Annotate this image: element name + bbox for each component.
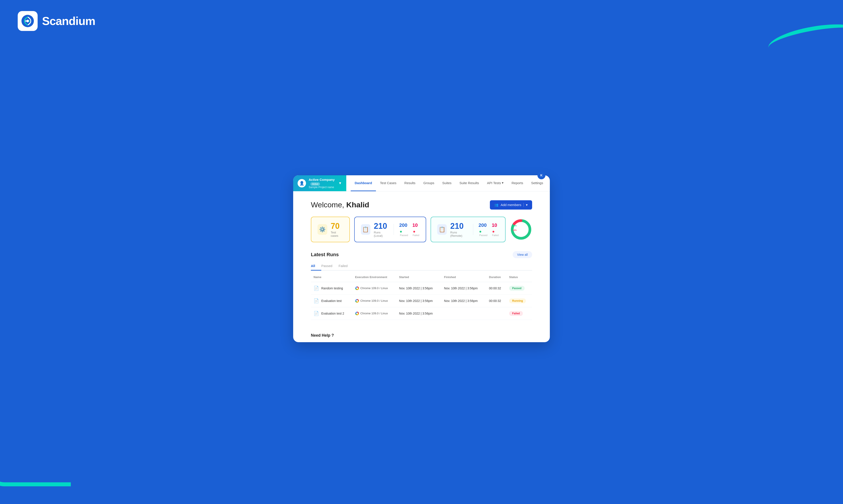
- stat-card-test-cases[interactable]: ⚙️ 70 Test cases: [311, 217, 350, 242]
- chrome-icon: [355, 311, 359, 316]
- test-cases-count: 70: [331, 221, 343, 231]
- env-text: Chrome 109.0 / Linux: [360, 299, 388, 302]
- remote-passed-info: 200 Passed: [479, 222, 488, 236]
- local-runs-icon: 📋: [361, 224, 371, 235]
- env-cell: Chrome 109.0 / Linux: [355, 311, 394, 316]
- env-cell: Chrome 109.0 / Linux: [355, 286, 394, 290]
- status-badge: Running: [509, 299, 526, 303]
- status-badge: Passed: [509, 286, 524, 291]
- nav-bar: 👤 Active Company Active Sample Project n…: [293, 175, 550, 192]
- table-row[interactable]: 📄 Evaluation test Chrome 109.0 / Linux N…: [311, 294, 532, 307]
- nav-link-api-tests[interactable]: API Tests ▾: [483, 175, 507, 191]
- chevron-down-icon: ▾: [502, 181, 503, 185]
- tab-all[interactable]: All: [311, 262, 321, 271]
- local-failed-info: 10 Failed: [412, 222, 420, 236]
- project-active-badge: Active: [310, 182, 320, 186]
- remote-runs-info: 210 Runs (Remote): [450, 221, 468, 237]
- finished-cell: [442, 307, 486, 320]
- started-cell: Nov. 10th 2022 | 3:56pm: [396, 307, 442, 320]
- started-cell: Nov. 10th 2022 | 3:56pm: [396, 294, 442, 307]
- runs-table: Name Execution Environment Started Finis…: [311, 272, 532, 320]
- project-name: Active Company: [309, 178, 335, 181]
- chrome-icon: [355, 286, 359, 290]
- need-help-section: Need Help ?: [293, 329, 550, 342]
- nav-link-suite-results[interactable]: Suite Results: [455, 175, 483, 191]
- stat-divider: [394, 224, 394, 235]
- finished-cell: Nov. 10th 2022 | 3:56pm: [442, 294, 486, 307]
- chrome-icon: [355, 299, 359, 303]
- nav-link-reports[interactable]: Reports: [507, 175, 527, 191]
- env-cell: Chrome 109.0 / Linux: [355, 299, 394, 303]
- passed-label: Passed: [400, 234, 408, 236]
- file-icon: 📄: [313, 311, 319, 316]
- remote-runs-count: 210: [450, 221, 468, 231]
- file-icon: 📄: [313, 286, 319, 291]
- tab-failed[interactable]: Failed: [339, 262, 354, 271]
- table-row[interactable]: 📄 Random testing Chrome 109.0 / Linux No…: [311, 282, 532, 294]
- project-info: Active Company Active Sample Project nam…: [309, 178, 336, 189]
- failed-label: Failed: [413, 234, 419, 236]
- col-duration: Duration: [486, 272, 506, 282]
- stat-card-remote-runs[interactable]: 📋 210 Runs (Remote) 200 Passed 10 Fai: [431, 217, 505, 242]
- col-finished: Finished: [442, 272, 486, 282]
- env-text: Chrome 109.0 / Linux: [360, 312, 388, 315]
- app-logo-icon: [18, 11, 38, 31]
- col-status: Status: [506, 272, 532, 282]
- local-runs-count: 210: [374, 221, 389, 231]
- project-selector[interactable]: 👤 Active Company Active Sample Project n…: [293, 175, 346, 191]
- remote-passed-count: 200: [479, 222, 488, 234]
- nav-link-results[interactable]: Results: [400, 175, 419, 191]
- main-content: Welcome, Khalid 👥 Add members ▾ ⚙️ 70 Te…: [293, 192, 550, 329]
- tab-passed[interactable]: Passed: [321, 262, 339, 271]
- project-avatar: 👤: [297, 179, 306, 187]
- remote-runs-label: Runs (Remote): [450, 231, 468, 237]
- content-header: Welcome, Khalid 👥 Add members ▾: [311, 200, 532, 210]
- remote-failed-count: 10: [492, 222, 499, 234]
- remote-runs-icon: 📋: [437, 224, 447, 235]
- status-badge: Failed: [509, 311, 523, 316]
- col-name: Name: [311, 272, 352, 282]
- duration-cell: [486, 307, 506, 320]
- file-icon: 📄: [313, 298, 319, 304]
- view-all-button[interactable]: View all: [513, 251, 532, 258]
- remote-failed-label: Failed: [492, 234, 499, 236]
- local-runs-info: 210 Runs (Local): [374, 221, 389, 237]
- stats-row: ⚙️ 70 Test cases 📋 210 Runs (Local) 200: [311, 217, 532, 242]
- nav-link-test-cases[interactable]: Test Cases: [376, 175, 400, 191]
- run-name-text: Evaluation test 2: [321, 312, 344, 315]
- local-failed-count: 10: [412, 222, 420, 234]
- add-members-label: Add members: [501, 203, 521, 207]
- duration-cell: 00:00:32: [486, 294, 506, 307]
- local-passed-count: 200: [399, 222, 409, 234]
- welcome-heading: Welcome, Khalid: [311, 200, 369, 209]
- runs-tabs: All Passed Failed: [311, 262, 532, 271]
- svg-point-1: [26, 20, 29, 22]
- donut-failed-label: 14%: [513, 229, 517, 231]
- nav-link-dashboard[interactable]: Dashboard: [351, 175, 376, 191]
- run-name-text: Random testing: [321, 287, 343, 290]
- nav-link-suites[interactable]: Suites: [438, 175, 455, 191]
- project-sub: Sample Project name: [309, 186, 336, 189]
- chevron-down-icon: ▼: [338, 181, 342, 185]
- table-row[interactable]: 📄 Evaluation test 2 Chrome 109.0 / Linux…: [311, 307, 532, 320]
- nav-links: Dashboard Test Cases Results Groups Suit…: [346, 175, 550, 191]
- latest-runs-title: Latest Runs: [311, 252, 339, 257]
- col-env: Execution Environment: [352, 272, 396, 282]
- donut-chart: 86% 14%: [510, 218, 532, 240]
- stat-card-local-runs[interactable]: 📋 210 Runs (Local) 200 Passed 10 Fail: [354, 217, 426, 242]
- env-text: Chrome 109.0 / Linux: [360, 287, 388, 290]
- local-runs-label: Runs (Local): [374, 231, 389, 237]
- main-card: K 👤 Active Company Active Sample Project…: [293, 175, 550, 342]
- nav-link-groups[interactable]: Groups: [419, 175, 438, 191]
- col-started: Started: [396, 272, 442, 282]
- finished-cell: Nov. 10th 2022 | 3:56pm: [442, 282, 486, 294]
- test-cases-info: 70 Test cases: [331, 221, 343, 237]
- dropdown-chevron-icon: ▾: [523, 203, 528, 207]
- add-members-button[interactable]: 👥 Add members ▾: [490, 200, 532, 210]
- user-name: Khalid: [346, 200, 369, 209]
- duration-cell: 00:00:32: [486, 282, 506, 294]
- user-avatar[interactable]: K: [537, 171, 546, 179]
- latest-runs-header: Latest Runs View all: [311, 251, 532, 258]
- need-help-text: Need Help ?: [311, 333, 334, 338]
- test-cases-label: Test cases: [331, 231, 343, 237]
